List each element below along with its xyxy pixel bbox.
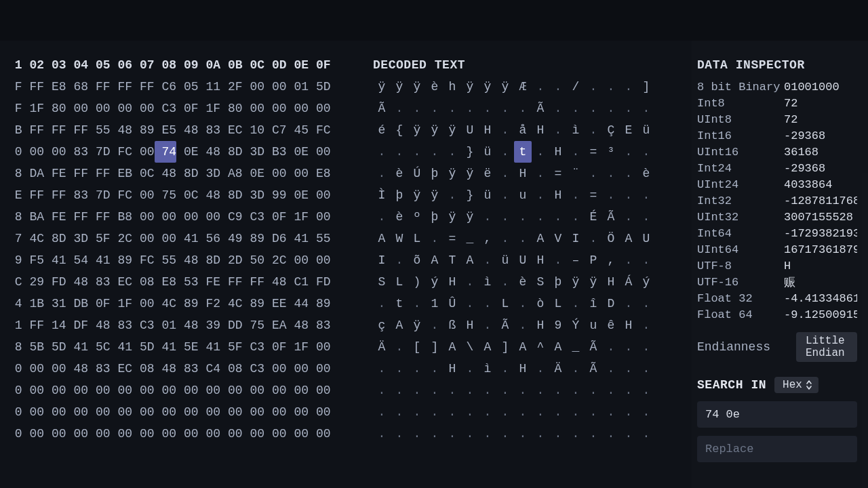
hex-byte[interactable]: 00	[287, 98, 309, 119]
decoded-char[interactable]: .	[637, 206, 655, 228]
hex-byte[interactable]: 00	[309, 249, 331, 271]
hex-byte[interactable]: 41	[88, 249, 111, 271]
decoded-char[interactable]: }	[461, 141, 479, 163]
hex-byte[interactable]: 00	[132, 293, 155, 314]
decoded-char[interactable]: .	[514, 228, 532, 249]
decoded-char[interactable]: .	[620, 76, 637, 98]
hex-byte[interactable]: 2C	[111, 228, 133, 249]
decoded-char[interactable]: .	[620, 293, 637, 314]
decoded-char[interactable]: .	[391, 336, 408, 358]
hex-byte[interactable]: 00	[44, 358, 66, 380]
decoded-char[interactable]: .	[514, 314, 532, 336]
decoded-char[interactable]: .	[514, 423, 532, 445]
hex-byte[interactable]: B	[0, 119, 22, 141]
decoded-char[interactable]: .	[532, 76, 549, 98]
decoded-char[interactable]: A	[461, 249, 479, 271]
decoded-char[interactable]: Ç	[602, 119, 620, 141]
decoded-char[interactable]: A	[620, 228, 637, 249]
hex-byte[interactable]: EA	[264, 314, 287, 336]
decoded-char[interactable]: .	[620, 184, 637, 206]
hex-byte[interactable]: 00	[132, 401, 155, 423]
hex-byte[interactable]: E	[0, 184, 22, 206]
hex-byte[interactable]: 00	[243, 98, 265, 119]
decoded-char[interactable]: ÿ	[585, 271, 602, 293]
decoded-char[interactable]: Ã	[602, 206, 620, 228]
hex-byte[interactable]: 00	[264, 401, 287, 423]
hex-byte[interactable]: C9	[220, 206, 243, 228]
hex-byte[interactable]: 48	[111, 119, 133, 141]
decoded-char[interactable]: .	[479, 206, 496, 228]
decoded-char[interactable]: õ	[408, 249, 426, 271]
decoded-char[interactable]: è	[426, 76, 443, 98]
hex-byte[interactable]: FF	[22, 119, 45, 141]
decoded-row[interactable]: I.õATA.üUH.–P,..	[373, 249, 685, 271]
hex-byte[interactable]: 5B	[22, 336, 45, 358]
decoded-char[interactable]: .	[514, 206, 532, 228]
decoded-char[interactable]: ÿ	[408, 314, 426, 336]
decoded-char[interactable]: .	[426, 314, 443, 336]
hex-byte[interactable]: 89	[111, 249, 133, 271]
decoded-char[interactable]: .	[585, 228, 602, 249]
decoded-char[interactable]: U	[461, 119, 479, 141]
decoded-char[interactable]: .	[443, 423, 461, 445]
hex-row[interactable]: BFFFFFF554889E54883EC10C745FC	[0, 119, 353, 141]
hex-byte[interactable]: 31	[44, 293, 66, 314]
decoded-char[interactable]: Ä	[549, 358, 567, 380]
decoded-char[interactable]: .	[585, 163, 602, 184]
decoded-char[interactable]: ³	[602, 141, 620, 163]
hex-byte[interactable]: C6	[155, 76, 177, 98]
decoded-char[interactable]: î	[585, 293, 602, 314]
hex-byte[interactable]: 7	[0, 228, 22, 249]
hex-byte[interactable]: FE	[44, 206, 66, 228]
decoded-char[interactable]: =	[443, 228, 461, 249]
hex-byte[interactable]: 0F	[176, 98, 199, 119]
decoded-char[interactable]: .	[620, 163, 637, 184]
hex-byte[interactable]: 00	[155, 228, 177, 249]
decoded-char[interactable]: ,	[479, 228, 496, 249]
decoded-char[interactable]: .	[408, 293, 426, 314]
decoded-char[interactable]: Ä	[373, 336, 391, 358]
decoded-char[interactable]: I	[373, 249, 391, 271]
decoded-char[interactable]: .	[567, 293, 585, 314]
hex-byte[interactable]: 2F	[220, 76, 243, 98]
hex-byte[interactable]: F5	[22, 249, 45, 271]
decoded-char[interactable]: A	[426, 249, 443, 271]
hex-byte[interactable]: 00	[66, 401, 89, 423]
decoded-char[interactable]: ü	[496, 249, 514, 271]
decoded-char[interactable]: .	[620, 249, 637, 271]
hex-byte[interactable]: 3D	[243, 141, 265, 163]
decoded-char[interactable]: =	[549, 163, 567, 184]
hex-byte[interactable]: 4C	[155, 293, 177, 314]
hex-byte[interactable]: B8	[111, 206, 133, 228]
decoded-row[interactable]: .t.1Û..L.òL.îD..	[373, 293, 685, 314]
decoded-char[interactable]: H	[549, 184, 567, 206]
hex-byte[interactable]: 00	[44, 380, 66, 401]
decoded-char[interactable]: .	[567, 401, 585, 423]
decoded-char[interactable]: .	[549, 401, 567, 423]
hex-byte[interactable]: 0E	[176, 141, 199, 163]
hex-byte[interactable]: 56	[199, 228, 221, 249]
hex-byte[interactable]: 29	[22, 271, 45, 293]
hex-byte[interactable]: FF	[44, 119, 66, 141]
hex-byte[interactable]: 00	[132, 141, 155, 163]
decoded-char[interactable]: þ	[549, 271, 567, 293]
decoded-char[interactable]: .	[637, 98, 655, 119]
decoded-row[interactable]: ....H.ì.H.Ä.Ã...	[373, 358, 685, 380]
hex-byte[interactable]: FF	[22, 314, 45, 336]
decoded-char[interactable]: .	[373, 380, 391, 401]
decoded-char[interactable]: Ã	[585, 336, 602, 358]
decoded-char[interactable]: .	[637, 141, 655, 163]
hex-byte[interactable]: 89	[176, 293, 199, 314]
decoded-char[interactable]: ÿ	[443, 206, 461, 228]
hex-byte[interactable]: 48	[176, 249, 199, 271]
decoded-char[interactable]: þ	[391, 184, 408, 206]
decoded-row[interactable]: .èÚþÿÿë.H.=¨...è	[373, 163, 685, 184]
decoded-char[interactable]: ç	[373, 314, 391, 336]
hex-byte[interactable]: 00	[155, 380, 177, 401]
decoded-char[interactable]: .	[620, 358, 637, 380]
hex-byte[interactable]: 1F	[22, 98, 45, 119]
hex-byte[interactable]: 0	[0, 423, 22, 445]
decoded-char[interactable]: .	[479, 98, 496, 119]
hex-byte[interactable]: 83	[66, 184, 89, 206]
hex-byte[interactable]: 00	[22, 141, 45, 163]
